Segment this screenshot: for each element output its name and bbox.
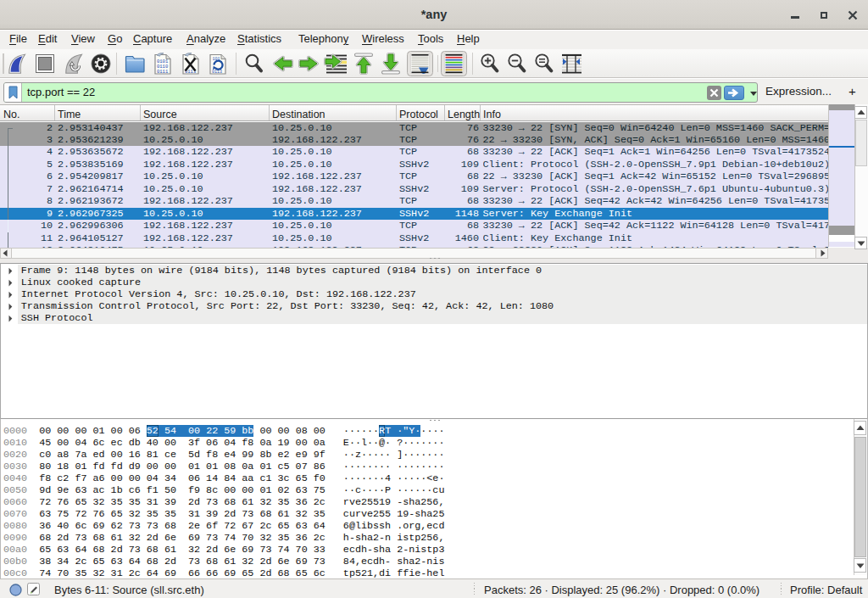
svg-text:0113: 0113 bbox=[212, 70, 222, 75]
svg-text:0111: 0111 bbox=[157, 69, 169, 75]
